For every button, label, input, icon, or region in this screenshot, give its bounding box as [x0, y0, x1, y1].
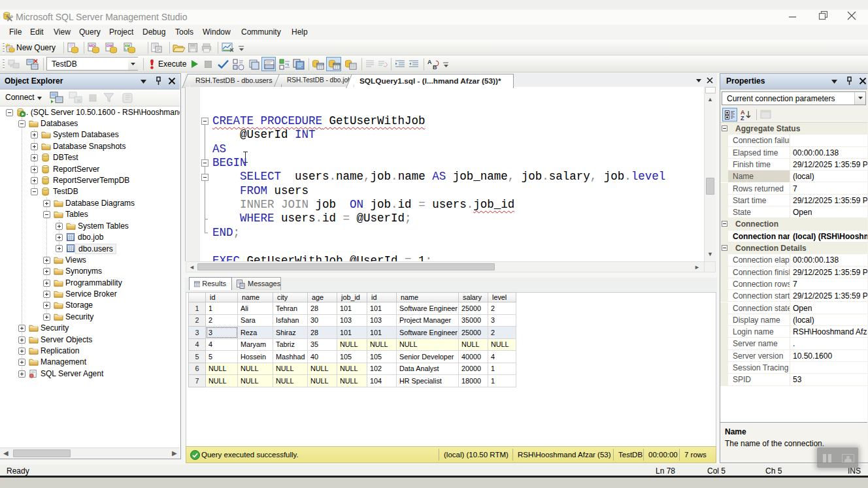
svg-text:Z: Z [741, 115, 744, 121]
svg-text:B: B [433, 64, 437, 71]
